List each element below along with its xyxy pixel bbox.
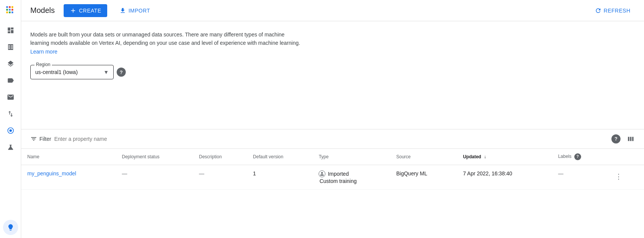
sidebar-item-pipelines[interactable] [3, 106, 18, 121]
sort-desc-icon: ↓ [484, 154, 486, 159]
description-text: Models are built from your data sets or … [30, 30, 303, 56]
svg-rect-6 [6, 11, 8, 13]
table-row: my_penguins_model — — 1 [21, 165, 644, 189]
column-toggle-button[interactable] [627, 135, 635, 143]
col-header-name: Name [21, 149, 116, 165]
cell-default-version: 1 [247, 165, 313, 189]
svg-rect-8 [11, 11, 13, 13]
sidebar-item-label[interactable] [3, 73, 18, 88]
region-container: Region us-central1 (Iowa) ▼ ? [30, 65, 635, 79]
sidebar-item-models[interactable] [3, 123, 18, 138]
region-help-icon[interactable]: ? [117, 68, 126, 77]
cell-description: — [193, 165, 247, 189]
cell-deployment-status: — [116, 165, 193, 189]
chevron-down-icon: ▼ [103, 69, 109, 75]
col-header-deployment: Deployment status [116, 149, 193, 165]
learn-more-link[interactable]: Learn more [30, 49, 58, 55]
col-header-type: Type [313, 149, 390, 165]
model-name-link[interactable]: my_penguins_model [27, 170, 76, 177]
col-header-description: Description [193, 149, 247, 165]
svg-rect-5 [11, 9, 13, 11]
col-header-version: Default version [247, 149, 313, 165]
cell-source: BigQuery ML [390, 165, 457, 189]
col-header-updated[interactable]: Updated ↓ [457, 149, 552, 165]
person-icon [319, 170, 325, 177]
import-label: IMPORT [128, 8, 150, 14]
page-title: Models [30, 6, 55, 15]
labels-help-icon[interactable]: ? [574, 153, 581, 160]
type-custom-row: Custom training [319, 178, 384, 184]
svg-point-10 [9, 129, 12, 132]
region-select[interactable]: Region us-central1 (Iowa) ▼ [30, 65, 114, 79]
refresh-button[interactable]: REFRESH [590, 4, 635, 17]
sidebar [0, 0, 21, 238]
region-select-wrapper: Region us-central1 (Iowa) ▼ ? [30, 65, 126, 79]
main-content: Models CREATE IMPORT REFRESH Models are … [21, 0, 644, 238]
cell-actions: ⋮ [606, 165, 644, 189]
svg-rect-2 [11, 6, 13, 8]
sidebar-item-experiments[interactable] [3, 140, 18, 155]
cell-labels: — [552, 165, 606, 189]
region-value: us-central1 (Iowa) [35, 69, 100, 75]
filter-help-icon[interactable]: ? [611, 134, 621, 143]
sidebar-logo[interactable] [3, 3, 18, 18]
sidebar-item-table[interactable] [3, 39, 18, 55]
svg-rect-7 [9, 11, 11, 13]
svg-rect-0 [6, 6, 8, 8]
content-area: Models are built from your data sets or … [21, 21, 644, 129]
columns-icon [627, 135, 635, 143]
import-button[interactable]: IMPORT [113, 4, 156, 17]
sidebar-item-notifications[interactable] [3, 90, 18, 105]
filter-label-group: Filter [30, 136, 51, 142]
table-header-row: Name Deployment status Description Defau… [21, 149, 644, 165]
create-label: CREATE [79, 8, 101, 14]
region-label: Region [34, 62, 52, 67]
filter-bar: Filter ? [21, 129, 644, 149]
refresh-label: REFRESH [604, 8, 630, 14]
import-icon [119, 7, 126, 14]
type-imported-row: Imported [319, 170, 384, 177]
filter-input[interactable] [54, 136, 330, 142]
sidebar-item-dashboard[interactable] [3, 23, 18, 38]
cell-type: Imported Custom training [313, 165, 390, 189]
svg-rect-1 [9, 6, 11, 8]
sidebar-item-layers[interactable] [3, 56, 18, 71]
cell-name: my_penguins_model [21, 165, 116, 189]
plus-icon [70, 7, 77, 14]
more-options-button[interactable]: ⋮ [613, 170, 625, 183]
type-cell: Imported Custom training [319, 170, 384, 184]
sidebar-item-tips[interactable] [3, 220, 18, 235]
filter-label: Filter [39, 136, 51, 142]
col-header-actions [606, 149, 644, 165]
svg-rect-4 [9, 9, 11, 11]
filter-icon [30, 136, 37, 142]
create-button[interactable]: CREATE [64, 4, 107, 17]
cell-updated: 7 Apr 2022, 16:38:40 [457, 165, 552, 189]
svg-rect-3 [6, 9, 8, 11]
col-header-labels: Labels ? [552, 149, 606, 165]
table-area: Name Deployment status Description Defau… [21, 149, 644, 238]
topbar: Models CREATE IMPORT REFRESH [21, 0, 644, 21]
models-table: Name Deployment status Description Defau… [21, 149, 644, 190]
refresh-icon [595, 7, 602, 14]
col-header-source: Source [390, 149, 457, 165]
